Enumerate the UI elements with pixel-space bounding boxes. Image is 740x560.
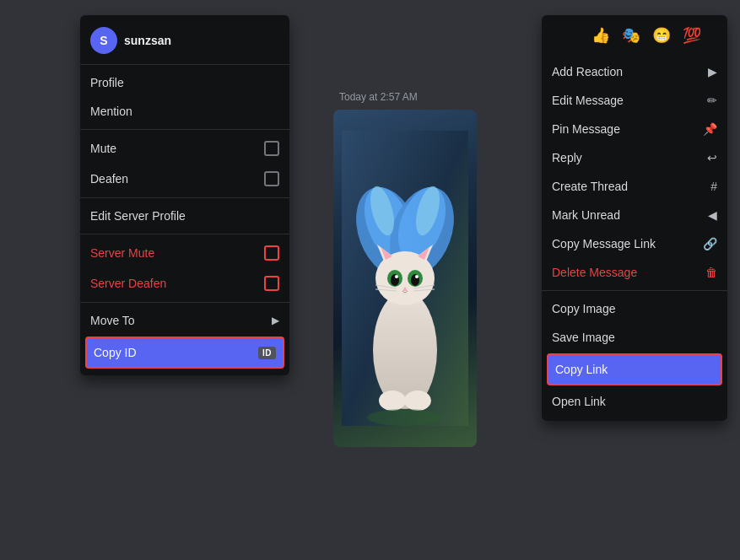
username: sunzsan [124,34,171,47]
create-thread-menu-item[interactable]: Create Thread # [542,172,727,201]
move-to-menu-item[interactable]: Move To ▶ [80,306,289,335]
divider [80,64,289,65]
emoji-reaction-bar: 👍 🎭 😁 💯 [581,19,712,52]
user-header: S sunzsan [80,20,289,61]
deafen-checkbox-icon [264,171,279,186]
mask-emoji[interactable]: 🎭 [618,22,645,49]
reply-icon: ↩ [707,151,717,164]
pin-message-menu-item[interactable]: Pin Message 📌 [542,115,727,143]
divider [80,129,289,130]
mark-icon: ◀ [708,208,717,222]
svg-point-7 [373,291,437,409]
message-image [333,110,477,447]
save-image-menu-item[interactable]: Save Image [542,323,727,352]
copy-link-menu-item[interactable]: Copy Link [547,353,722,385]
divider [80,302,289,303]
add-reaction-menu-item[interactable]: Add Reaction ▶ [542,57,727,86]
avatar: S [90,27,117,54]
server-mute-menu-item[interactable]: Server Mute [80,238,289,268]
hundred-emoji[interactable]: 💯 [678,22,705,49]
server-deafen-checkbox-icon [264,276,279,291]
link-icon: 🔗 [703,237,717,250]
copy-image-menu-item[interactable]: Copy Image [542,294,727,323]
message-timestamp: Today at 2:57 AM [339,91,418,103]
trash-icon: 🗑 [705,266,717,279]
delete-message-menu-item[interactable]: Delete Message 🗑 [542,258,727,287]
thread-icon: # [710,180,717,193]
svg-point-18 [415,275,419,278]
copy-message-link-menu-item[interactable]: Copy Message Link 🔗 [542,229,727,258]
edit-message-menu-item[interactable]: Edit Message ✏ [542,86,727,115]
svg-point-24 [379,390,406,411]
svg-point-17 [395,275,398,278]
message-context-menu: 👍 🎭 😁 💯 Add Reaction ▶ Edit Message ✏ Pi… [542,15,727,421]
grin-emoji[interactable]: 😁 [648,22,675,49]
deafen-menu-item[interactable]: Deafen [80,164,289,194]
chevron-right-icon: ▶ [272,315,279,326]
server-deafen-menu-item[interactable]: Server Deafen [80,268,289,299]
pencil-icon: ✏ [707,94,717,107]
mention-menu-item[interactable]: Mention [80,97,289,126]
mute-checkbox-icon [264,141,279,156]
id-badge-icon: ID [258,347,276,359]
divider [542,290,727,291]
divider [80,197,289,198]
mute-menu-item[interactable]: Mute [80,133,289,164]
user-context-menu: S sunzsan Profile Mention Mute Deafen Ed… [80,15,289,375]
pin-icon: 📌 [703,122,717,136]
open-link-menu-item[interactable]: Open Link [542,387,727,416]
mark-unread-menu-item[interactable]: Mark Unread ◀ [542,201,727,229]
reply-menu-item[interactable]: Reply ↩ [542,143,727,172]
svg-point-25 [404,390,431,411]
thumbs-up-emoji[interactable]: 👍 [587,22,614,49]
edit-server-profile-menu-item[interactable]: Edit Server Profile [80,202,289,230]
copy-id-menu-item[interactable]: Copy ID ID [85,337,284,369]
chevron-right-icon: ▶ [708,65,717,78]
profile-menu-item[interactable]: Profile [80,68,289,97]
server-mute-checkbox-icon [264,245,279,261]
divider [80,234,289,234]
svg-point-26 [367,409,443,426]
